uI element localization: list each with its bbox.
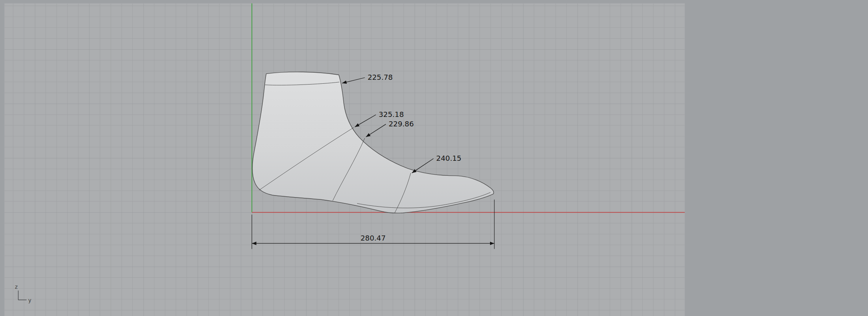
topline-girth-label: 225.78 bbox=[368, 73, 393, 81]
ball-girth-label: 240.15 bbox=[436, 154, 462, 162]
cad-viewport[interactable]: 225.78 325.18 229.86 240.15 280.47 bbox=[0, 0, 868, 316]
axis-indicator-y-label: y bbox=[28, 297, 32, 303]
waist-girth-label: 229.86 bbox=[389, 120, 414, 128]
axis-indicator-z-label: z bbox=[15, 284, 18, 290]
length-dimension-label: 280.47 bbox=[361, 234, 386, 242]
viewport-canvas[interactable]: 225.78 325.18 229.86 240.15 280.47 bbox=[0, 0, 868, 316]
instep-girth-label: 325.18 bbox=[379, 110, 404, 118]
